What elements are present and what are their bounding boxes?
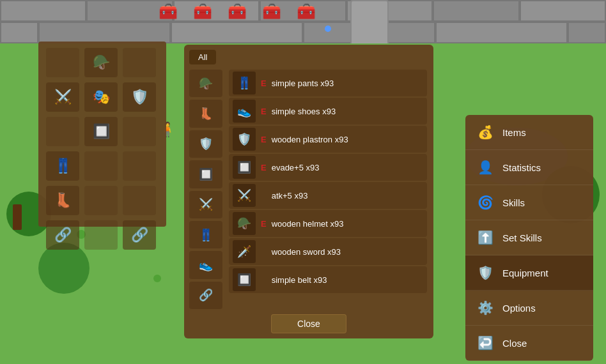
item-row-simple-belt[interactable]: 🔲 E simple belt x93 [229, 266, 427, 293]
menu-label-statistics: Statistics [502, 162, 541, 173]
items-filter-bar: All [189, 50, 428, 64]
item-e-badge-sword-empty: E [261, 247, 267, 257]
inv-slot-boots[interactable]: 👢 [46, 186, 79, 215]
item-row-atk[interactable]: ⚔️ E atk+5 x93 [229, 182, 427, 209]
chest-3: 🧰 [228, 3, 247, 20]
item-name-belt: simple belt x93 [272, 275, 327, 285]
item-name-helmet: wooden helmet x93 [272, 219, 344, 229]
menu-item-items[interactable]: 💰 Items [465, 115, 593, 150]
grass-2 [153, 275, 161, 282]
item-row-simple-shoes[interactable]: 👟 E simple shoes x93 [229, 98, 427, 125]
skills-icon: 🌀 [476, 193, 495, 212]
item-e-badge-shoes: E [261, 107, 267, 116]
set-skills-icon: ⬆️ [476, 228, 495, 247]
menu-label-equipment: Equipment [502, 268, 548, 278]
menu-item-skills[interactable]: 🌀 Skills [465, 185, 593, 220]
inv-slot-empty6[interactable] [123, 151, 156, 181]
inv-slot-empty8[interactable] [123, 186, 156, 215]
cat-accessory[interactable]: 🔲 [189, 160, 222, 188]
menu-item-statistics[interactable]: 👤 Statistics [465, 150, 593, 185]
inventory-panel: 🪖 ⚔️ 🎭 🛡️ 🔲 👖 👢 🔗 🔗 [38, 42, 166, 227]
item-icon-plastron: 🛡️ [233, 128, 256, 151]
inv-slot-helmet[interactable]: 🪖 [84, 48, 118, 77]
filter-all-button[interactable]: All [189, 50, 216, 64]
item-name-atk: atk+5 x93 [272, 191, 308, 201]
inv-slot-empty3[interactable] [46, 117, 79, 146]
item-name-pants: simple pants x93 [272, 79, 334, 88]
inv-slot-empty5[interactable] [84, 151, 118, 181]
menu-item-equipment[interactable]: 🛡️ Equipment [465, 255, 593, 291]
item-icon-shoes: 👟 [233, 100, 256, 123]
menu-item-close[interactable]: ↩️ Close [465, 326, 593, 361]
chest-1: 🧰 [159, 3, 178, 20]
item-row-wooden-plastron[interactable]: 🛡️ E wooden plastron x93 [229, 126, 427, 153]
item-e-badge-belt-empty: E [261, 275, 267, 285]
game-background: 🧰 🧰 🧰 🧰 🧰 🧍 🪖 ⚔️ 🎭 🛡️ 🔲 👖 [0, 0, 606, 364]
inv-slot-empty2[interactable] [123, 48, 156, 77]
item-icon-pants: 👖 [233, 72, 256, 95]
items-modal: All 🪖 👢 🛡️ 🔲 ⚔️ 👖 👟 🔗 👖 E simple pants x… [184, 45, 433, 338]
cat-helmet[interactable]: 🪖 [189, 70, 222, 97]
inv-slot-empty9[interactable] [84, 220, 118, 250]
cat-ring[interactable]: 🔗 [189, 282, 222, 309]
close-icon: ↩️ [476, 333, 495, 353]
close-button-row: Close [189, 314, 428, 333]
item-e-badge-evade: E [261, 163, 267, 172]
item-name-evade: evade+5 x93 [272, 163, 320, 172]
menu-label-items: Items [502, 127, 526, 138]
tree-trunk-left [13, 204, 22, 230]
inv-slot-ring2[interactable]: 🔗 [123, 220, 156, 250]
chest-4: 🧰 [262, 3, 281, 20]
menu-label-close: Close [502, 338, 527, 349]
inv-slot-belt[interactable]: 🔲 [84, 117, 118, 146]
item-e-badge-pants: E [261, 79, 267, 88]
items-close-button[interactable]: Close [271, 314, 346, 333]
item-e-badge-helmet: E [261, 219, 267, 229]
item-icon-atk: ⚔️ [233, 184, 256, 207]
menu-item-set-skills[interactable]: ⬆️ Set Skills [465, 220, 593, 255]
inv-slot-empty7[interactable] [84, 186, 118, 215]
chest-2: 🧰 [193, 3, 212, 20]
options-icon: ⚙️ [476, 298, 495, 317]
item-e-badge-atk-empty: E [261, 191, 267, 201]
items-scroll-list[interactable]: 👖 E simple pants x93 👟 E simple shoes x9… [229, 70, 428, 309]
magic-orb [325, 26, 331, 32]
item-name-shoes: simple shoes x93 [272, 107, 336, 116]
menu-label-set-skills: Set Skills [502, 232, 542, 243]
cat-boots[interactable]: 👢 [189, 100, 222, 127]
inv-slot-ring1[interactable]: 🔗 [46, 220, 79, 250]
item-row-evade[interactable]: 🔲 E evade+5 x93 [229, 154, 427, 181]
item-name-sword: wooden sword x93 [272, 247, 341, 257]
item-icon-belt: 🔲 [233, 268, 256, 291]
inv-slot-sword[interactable]: ⚔️ [46, 82, 79, 112]
tree-left2 [38, 243, 89, 294]
cat-weapon[interactable]: ⚔️ [189, 191, 222, 218]
menu-label-options: Options [502, 303, 536, 314]
inv-slot-empty4[interactable] [123, 117, 156, 146]
menu-item-options[interactable]: ⚙️ Options [465, 291, 593, 326]
item-e-badge-plastron: E [261, 135, 267, 144]
inv-slot-face[interactable]: 🎭 [84, 82, 118, 112]
item-icon-evade: 🔲 [233, 156, 256, 179]
equipment-icon: 🛡️ [476, 263, 495, 282]
right-menu: 💰 Items 👤 Statistics 🌀 Skills ⬆️ Set Ski… [465, 115, 593, 361]
items-list-area: 🪖 👢 🛡️ 🔲 ⚔️ 👖 👟 🔗 👖 E simple pants x93 👟 [189, 70, 428, 309]
item-icon-sword: 🗡️ [233, 240, 256, 263]
item-row-wooden-helmet[interactable]: 🪖 E wooden helmet x93 [229, 210, 427, 237]
inv-slot-empty[interactable] [46, 48, 79, 77]
item-row-simple-pants[interactable]: 👖 E simple pants x93 [229, 70, 427, 96]
inv-slot-shield[interactable]: 🛡️ [123, 82, 156, 112]
item-icon-helmet: 🪖 [233, 212, 256, 235]
category-sidebar: 🪖 👢 🛡️ 🔲 ⚔️ 👖 👟 🔗 [189, 70, 226, 309]
statistics-icon: 👤 [476, 158, 495, 177]
item-row-wooden-sword[interactable]: 🗡️ E wooden sword x93 [229, 238, 427, 265]
cat-shoes[interactable]: 👟 [189, 251, 222, 278]
items-icon: 💰 [476, 123, 495, 142]
chest-5: 🧰 [297, 3, 316, 20]
inv-slot-pants[interactable]: 👖 [46, 151, 79, 181]
menu-label-skills: Skills [502, 197, 525, 208]
cat-armor[interactable]: 🛡️ [189, 130, 222, 158]
cat-pants[interactable]: 👖 [189, 221, 222, 248]
item-name-plastron: wooden plastron x93 [272, 135, 348, 144]
